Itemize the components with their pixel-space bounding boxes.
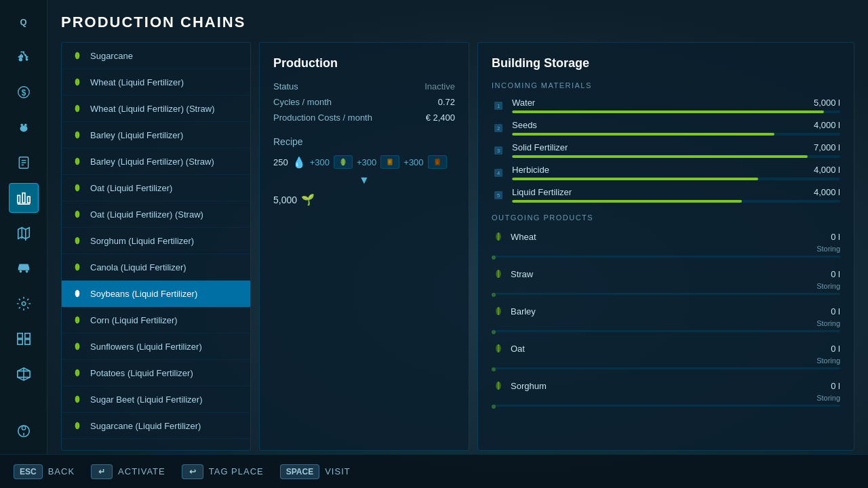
chain-item-5[interactable]: Barley (Liquid Fertilizer) (Straw)	[62, 148, 250, 175]
incoming-amount-4: 4,000 l	[814, 187, 840, 197]
incoming-name-3: Herbicide	[512, 165, 549, 175]
back-label: BACK	[48, 466, 75, 476]
outgoing-products-list: Wheat 0 l Storing Straw 0 l Storing	[492, 230, 840, 407]
incoming-label: INCOMING MATERIALS	[492, 81, 840, 89]
incoming-materials-list: 1 Water 5,000 l 2 Seeds 4,000 l	[492, 98, 840, 203]
sidebar: Q $ E	[0, 0, 47, 488]
chain-icon-4	[71, 129, 83, 141]
svg-rect-20	[17, 333, 22, 338]
chain-icon-12	[71, 340, 83, 352]
chain-item-6[interactable]: Oat (Liquid Fertilizer)	[62, 175, 250, 201]
incoming-name-1: Seeds	[512, 120, 537, 130]
outgoing-status-1: Storing	[492, 282, 840, 290]
incoming-bar-1	[512, 133, 774, 136]
chain-item-14[interactable]: Sugar Beet (Liquid Fertilizer)	[62, 386, 250, 413]
chain-name-15: Sugarcane (Liquid Fertilizer)	[90, 421, 201, 431]
incoming-item-2: 3 Solid Fertilizer 7,000 l	[492, 142, 840, 158]
sidebar-icon-vehicles[interactable]	[9, 253, 39, 283]
activate-button[interactable]: ↵ ACTIVATE	[91, 464, 165, 479]
outgoing-icon-2	[492, 304, 505, 318]
tag-place-button[interactable]: ↩ TAG PLACE	[182, 464, 264, 479]
chain-name-2: Wheat (Liquid Fertilizer)	[90, 77, 184, 87]
incoming-icon-2: 3	[492, 144, 505, 157]
chain-icon-6	[71, 182, 83, 194]
status-label: Status	[273, 81, 298, 92]
cycles-label: Cycles / month	[273, 97, 332, 107]
chain-item-15[interactable]: Sugarcane (Liquid Fertilizer)	[62, 413, 250, 439]
outgoing-item-2: Barley 0 l Storing	[492, 304, 840, 332]
sidebar-icon-animals[interactable]	[9, 113, 39, 142]
incoming-bar-0	[512, 110, 824, 113]
incoming-name-2: Solid Fertilizer	[512, 142, 568, 152]
activate-label: ACTIVATE	[118, 466, 165, 476]
cycles-value: 0.72	[438, 97, 455, 107]
incoming-amount-3: 4,000 l	[814, 165, 840, 175]
building-storage-title: Building Storage	[492, 56, 840, 70]
sidebar-icon-network[interactable]	[9, 359, 39, 389]
chain-icon-15	[71, 420, 83, 432]
recipe-fertilizer-icon: F	[380, 155, 399, 169]
svg-text:4: 4	[497, 170, 500, 176]
sidebar-icon-tractor[interactable]	[9, 42, 39, 72]
chain-name-7: Oat (Liquid Fertilizer) (Straw)	[90, 209, 203, 220]
incoming-item-1: 2 Seeds 4,000 l	[492, 120, 840, 136]
chain-item-10[interactable]: Soybeans (Liquid Fertilizer)	[62, 281, 250, 307]
sidebar-icon-map[interactable]	[9, 218, 39, 248]
outgoing-amount-3: 0 l	[831, 344, 840, 354]
outgoing-dot-4	[492, 405, 496, 409]
chain-item-9[interactable]: Canola (Liquid Fertilizer)	[62, 254, 250, 281]
svg-text:1: 1	[497, 103, 500, 109]
outgoing-dot-0	[492, 256, 496, 260]
visit-button[interactable]: SPACE VISIT	[280, 464, 351, 479]
svg-rect-12	[22, 193, 25, 203]
outgoing-amount-0: 0 l	[831, 232, 840, 242]
chain-item-2[interactable]: Wheat (Liquid Fertilizer)	[62, 69, 250, 96]
svg-point-1	[25, 58, 28, 61]
chain-name-4: Barley (Liquid Fertilizer)	[90, 130, 183, 140]
sidebar-icon-contracts[interactable]	[9, 148, 39, 178]
sidebar-icon-settings[interactable]	[9, 289, 39, 319]
recipe-amount-1: 250	[273, 157, 288, 167]
svg-point-17	[19, 270, 22, 273]
chain-item-12[interactable]: Sunflowers (Liquid Fertilizer)	[62, 333, 250, 360]
sidebar-icon-production[interactable]	[9, 183, 39, 213]
chain-icon-10	[71, 287, 83, 300]
incoming-bar-4	[512, 200, 742, 203]
svg-rect-22	[17, 340, 22, 344]
outgoing-name-4: Sorghum	[511, 381, 825, 391]
esc-back-button[interactable]: ESC BACK	[14, 464, 75, 479]
status-value: Inactive	[425, 81, 455, 92]
recipe-seeds-icon	[334, 155, 353, 169]
production-chains-list: Sugarcane Wheat (Liquid Fertilizer) Whea…	[61, 42, 251, 451]
outgoing-item-4: Sorghum 0 l Storing	[492, 379, 840, 407]
recipe-plus-3: +300	[403, 157, 423, 167]
incoming-bar-2	[512, 155, 808, 158]
building-storage-panel: Building Storage INCOMING MATERIALS 1 Wa…	[477, 42, 854, 451]
sidebar-icon-q[interactable]: Q	[9, 7, 39, 37]
chain-name-5: Barley (Liquid Fertilizer) (Straw)	[90, 157, 214, 167]
outgoing-label: OUTGOING PRODUCTS	[492, 214, 840, 222]
outgoing-status-3: Storing	[492, 357, 840, 365]
svg-point-0	[18, 58, 22, 62]
chain-item-13[interactable]: Potatoes (Liquid Fertilizer)	[62, 360, 250, 386]
outgoing-item-3: Oat 0 l Storing	[492, 342, 840, 369]
chain-icon-3	[71, 102, 83, 115]
chain-item-7[interactable]: Oat (Liquid Fertilizer) (Straw)	[62, 201, 250, 228]
chain-item-4[interactable]: Barley (Liquid Fertilizer)	[62, 122, 250, 148]
visit-label: VISIT	[325, 466, 351, 476]
chain-item-8[interactable]: Sorghum (Liquid Fertilizer)	[62, 228, 250, 254]
sidebar-icon-help[interactable]	[9, 416, 39, 446]
recipe-liquid-icon: L	[428, 155, 447, 169]
chain-name-1: Sugarcane	[90, 51, 133, 61]
chain-item-11[interactable]: Corn (Liquid Fertilizer)	[62, 307, 250, 333]
chain-item-3[interactable]: Wheat (Liquid Fertilizer) (Straw)	[62, 96, 250, 122]
outgoing-amount-2: 0 l	[831, 306, 840, 317]
bottom-bar: ESC BACK ↵ ACTIVATE ↩ TAG PLACE SPACE VI…	[0, 454, 868, 488]
space-key: SPACE	[280, 464, 319, 479]
chain-icon-1	[71, 49, 83, 62]
chain-icon-14	[71, 393, 83, 405]
chain-item-1[interactable]: Sugarcane	[62, 43, 250, 69]
incoming-amount-1: 4,000 l	[814, 120, 840, 130]
sidebar-icon-finance[interactable]: $	[9, 77, 39, 107]
sidebar-icon-filters[interactable]	[9, 324, 39, 354]
